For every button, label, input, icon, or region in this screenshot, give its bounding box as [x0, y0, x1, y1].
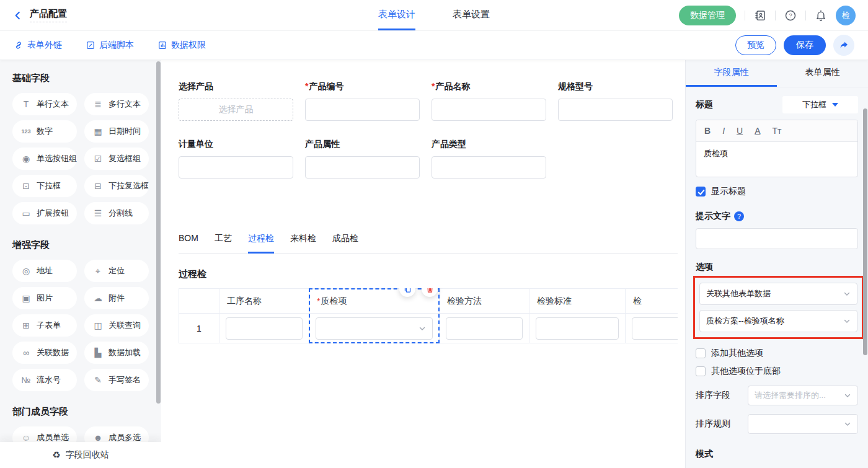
- field-item-label: 单行文本: [37, 99, 69, 110]
- field-product-attr[interactable]: 产品属性: [305, 139, 420, 179]
- field-product-type[interactable]: 产品类型: [432, 139, 546, 179]
- bold-button[interactable]: B: [704, 126, 711, 136]
- title-row: 标题 下拉框: [696, 96, 858, 113]
- data-manage-button[interactable]: 数据管理: [679, 6, 736, 25]
- inspect-standard-input[interactable]: [536, 317, 619, 340]
- page-title[interactable]: 产品配置: [30, 8, 67, 22]
- help-icon[interactable]: ?: [784, 9, 797, 22]
- field-item-extend-button[interactable]: ▭扩展按钮: [12, 202, 77, 224]
- avatar[interactable]: 检: [836, 6, 856, 25]
- form-canvas: 选择产品 选择产品 *产品编号 *产品名称 规格型号 计量单位 产品属: [161, 60, 685, 468]
- tab-process[interactable]: 工艺: [215, 233, 232, 254]
- tab-process-check[interactable]: 过程检: [248, 233, 274, 254]
- clipped-input[interactable]: [632, 317, 678, 340]
- quality-item-select[interactable]: [316, 317, 433, 340]
- field-recycle-bin[interactable]: ♻ 字段回收站: [0, 442, 161, 468]
- spec-model-input[interactable]: [558, 99, 673, 121]
- product-type-input[interactable]: [432, 156, 546, 179]
- other-option-bottom-row: 其他选项位于底部: [696, 366, 858, 377]
- save-button[interactable]: 保存: [784, 35, 826, 55]
- hint-text-input[interactable]: [696, 228, 858, 249]
- delete-column-button[interactable]: [422, 288, 438, 297]
- tab-field-properties[interactable]: 字段属性: [686, 60, 777, 87]
- field-item-single-line-text[interactable]: T单行文本: [12, 93, 77, 115]
- hint-text-row: 提示文字 ?: [696, 211, 858, 222]
- field-item-checkbox-group[interactable]: ☑复选框组: [84, 148, 149, 170]
- col-clipped-header[interactable]: 检: [626, 289, 678, 314]
- option-field-select[interactable]: 质检方案--检验项名称: [699, 310, 857, 332]
- address-book-icon[interactable]: [754, 9, 766, 22]
- copy-column-button[interactable]: [399, 288, 415, 297]
- field-product-name[interactable]: *产品名称: [432, 81, 546, 121]
- back-icon[interactable]: [12, 10, 24, 21]
- field-unit[interactable]: 计量单位: [179, 139, 293, 179]
- process-name-input[interactable]: [226, 317, 303, 340]
- field-label: *产品名称: [432, 81, 546, 92]
- field-item-attachment[interactable]: ☁附件: [84, 287, 149, 309]
- other-option-bottom-checkbox[interactable]: [696, 366, 706, 376]
- share-button[interactable]: [833, 35, 854, 56]
- tab-bom[interactable]: BOM: [179, 233, 198, 254]
- show-title-checkbox[interactable]: [696, 187, 706, 196]
- field-item-linked-query[interactable]: ◫关联查询: [84, 314, 149, 337]
- sort-rule-select[interactable]: [748, 414, 858, 434]
- col-inspect-standard-header[interactable]: 检验标准: [529, 289, 626, 314]
- field-item-multi-line-text[interactable]: ≣多行文本: [84, 93, 149, 115]
- notification-bell-icon[interactable]: [815, 9, 827, 22]
- tab-form-design[interactable]: 表单设计: [378, 0, 415, 30]
- tab-form-settings[interactable]: 表单设置: [453, 0, 490, 30]
- field-item-dropdown[interactable]: ⊡下拉框: [12, 175, 77, 197]
- sort-field-select[interactable]: 请选择需要排序的...: [748, 386, 858, 405]
- field-item-address[interactable]: ◎地址: [12, 260, 77, 282]
- product-attr-input[interactable]: [305, 156, 420, 179]
- tab-incoming-check[interactable]: 来料检: [290, 233, 316, 254]
- inspect-method-input[interactable]: [446, 317, 523, 340]
- field-item-label: 扩展按钮: [37, 208, 69, 219]
- tab-finished-check[interactable]: 成品检: [332, 233, 358, 254]
- field-item-data-load[interactable]: ▙数据加载: [84, 342, 149, 364]
- preview-button[interactable]: 预览: [735, 35, 776, 55]
- properties-panel: 字段属性 表单属性 标题 下拉框 B I U A Tᴛ 质检项 显示标题: [685, 60, 868, 468]
- field-item-number[interactable]: 123数字: [12, 120, 77, 143]
- field-item-signature[interactable]: ✎手写签名: [84, 369, 149, 391]
- sidebar-scrollbar[interactable]: [156, 61, 161, 404]
- italic-button[interactable]: I: [722, 126, 725, 136]
- tab-form-properties[interactable]: 表单属性: [777, 60, 868, 87]
- field-item-datetime[interactable]: ▦日期时间: [84, 120, 149, 143]
- divider: [745, 11, 745, 20]
- select-product-input[interactable]: 选择产品: [179, 99, 293, 121]
- field-item-divider-line[interactable]: ☰分割线: [84, 202, 149, 224]
- col-inspect-method-header[interactable]: 检验方法: [440, 289, 529, 314]
- field-item-label: 关联查询: [108, 320, 141, 331]
- col-process-name-header[interactable]: 工序名称: [219, 289, 309, 314]
- field-item-subform[interactable]: ⊞子表单: [12, 314, 77, 337]
- unit-input[interactable]: [179, 156, 293, 179]
- add-other-option-row: 添加其他选项: [696, 348, 858, 359]
- svg-text:?: ?: [789, 12, 792, 19]
- field-item-location[interactable]: ⌖定位: [84, 260, 149, 282]
- hint-help-icon[interactable]: ?: [734, 211, 744, 221]
- underline-button[interactable]: U: [737, 126, 743, 136]
- font-color-button[interactable]: A: [755, 126, 760, 136]
- field-item-serial-number[interactable]: №流水号: [12, 369, 77, 391]
- product-code-input[interactable]: [305, 99, 420, 121]
- show-title-row: 显示标题: [696, 186, 858, 197]
- field-type-select[interactable]: 下拉框: [782, 96, 858, 113]
- subform-tabs: BOM 工艺 过程检 来料检 成品检: [179, 233, 678, 254]
- add-other-option-checkbox[interactable]: [696, 348, 706, 358]
- field-item-radio-group[interactable]: ◉单选按钮组: [12, 148, 77, 170]
- option-source-select[interactable]: 关联其他表单数据: [699, 283, 857, 305]
- field-item-linked-data[interactable]: ∞关联数据: [12, 342, 77, 364]
- backend-script-link[interactable]: 后端脚本: [86, 40, 134, 51]
- field-product-code[interactable]: *产品编号: [305, 81, 420, 121]
- field-item-multi-dropdown[interactable]: ⊟下拉复选框: [84, 175, 149, 197]
- product-name-input[interactable]: [432, 99, 546, 121]
- font-size-button[interactable]: Tᴛ: [772, 126, 781, 136]
- field-select-product[interactable]: 选择产品 选择产品: [179, 81, 293, 121]
- field-spec-model[interactable]: 规格型号: [558, 81, 673, 121]
- form-external-link[interactable]: 表单外链: [14, 40, 62, 51]
- data-permission-link[interactable]: 数据权限: [157, 40, 206, 51]
- field-item-image[interactable]: ▣图片: [12, 287, 77, 309]
- panel-scrollbar[interactable]: [863, 108, 867, 355]
- title-value-input[interactable]: 质检项: [696, 142, 857, 177]
